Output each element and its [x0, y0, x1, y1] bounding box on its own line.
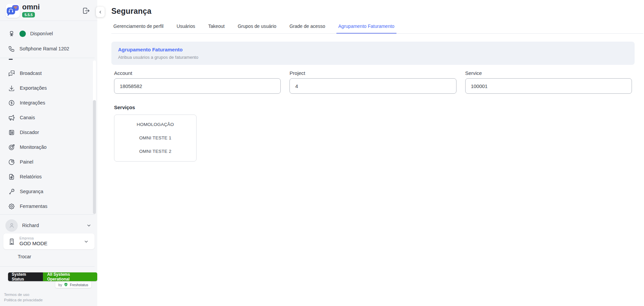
sidebar-item-relatorios[interactable]: Relatórios: [0, 169, 97, 184]
app-name: omni: [22, 3, 40, 11]
sidebar-footer: Termos de uso Politica de privacidade: [4, 292, 43, 303]
privacy-link[interactable]: Politica de privacidade: [4, 297, 43, 303]
key-icon: [8, 188, 15, 195]
nav-label: Discador: [20, 130, 39, 135]
sidebar-item-painel[interactable]: Painel: [0, 155, 97, 169]
tab-takeout[interactable]: Takeout: [206, 21, 227, 33]
building-icon: [8, 238, 15, 245]
project-input[interactable]: [289, 78, 456, 94]
section-banner: Agrupamento Faturamento Atribua usuários…: [111, 42, 635, 65]
sidebar-item-seguranca[interactable]: Segurança: [0, 184, 97, 199]
nav-label: Segurança: [20, 189, 43, 194]
services-section: Serviços HOMOLOGAÇÂO OMNI TESTE 1 OMNI T…: [111, 104, 635, 162]
shield-check-icon: [64, 282, 68, 287]
services-list: HOMOLOGAÇÂO OMNI TESTE 1 OMNI TESTE 2: [114, 115, 197, 162]
phone-icon: [8, 45, 15, 52]
main-content: Segurança Gerenciamento de perfil Usuári…: [97, 0, 644, 306]
account-label: Account: [114, 70, 281, 76]
page-title: Segurança: [111, 7, 635, 16]
sidebar-item-exportacoes[interactable]: Exportações: [0, 81, 97, 95]
service-option-omni-teste-2[interactable]: OMNI TESTE 2: [114, 144, 196, 158]
sidebar-item-integracoes[interactable]: Integrações: [0, 95, 97, 110]
account-field-group: Account: [114, 70, 281, 94]
divider: [0, 266, 95, 267]
availability-status[interactable]: Disponível: [0, 26, 97, 41]
divider: [0, 58, 95, 58]
service-field-group: Service: [465, 70, 632, 94]
sidebar-item-monitoracao[interactable]: Monitoração: [0, 140, 97, 155]
project-field-group: Project: [289, 70, 456, 94]
system-status-value: All Systems Operational: [43, 272, 97, 281]
scrolled-item-fragment: [9, 59, 13, 60]
sidebar: Ψ omni 5.5.5 Disponível: [0, 0, 97, 306]
sidebar-scrollbar[interactable]: [93, 60, 96, 214]
project-label: Project: [289, 70, 456, 76]
switch-company-button[interactable]: Trocar: [18, 254, 31, 259]
tab-bar: Gerenciamento de perfil Usuários Takeout…: [111, 21, 643, 34]
sidebar-nav: Broadcast Exportações Integrações Canais: [0, 66, 97, 214]
gear-icon: [8, 203, 15, 210]
banner-subtitle: Atribua usuários a grupos de faturamento: [118, 55, 628, 60]
target-icon: [8, 144, 15, 151]
tab-agrupamento-faturamento[interactable]: Agrupamento Faturamento: [336, 21, 396, 34]
tab-gerenciamento-de-perfil[interactable]: Gerenciamento de perfil: [111, 21, 165, 33]
system-status-label: System Status: [8, 272, 43, 281]
service-input[interactable]: [465, 78, 632, 94]
service-option-omni-teste-1[interactable]: OMNI TESTE 1: [114, 131, 196, 144]
availability-label: Disponível: [30, 31, 53, 36]
nav-label: Ferramentas: [20, 204, 47, 209]
nav-label: Relatórios: [20, 174, 42, 179]
banner-title: Agrupamento Faturamento: [118, 47, 628, 52]
chair-icon: [8, 30, 15, 37]
sidebar-item-ferramentas[interactable]: Ferramentas: [0, 199, 97, 214]
dialer-icon: [8, 129, 15, 136]
account-input[interactable]: [114, 78, 281, 94]
nav-label: Monitoração: [20, 144, 47, 150]
nav-label: Broadcast: [20, 71, 42, 76]
company-selector[interactable]: Empresa GOD MODE: [3, 233, 95, 249]
user-menu[interactable]: Richard: [0, 218, 97, 233]
download-icon: [8, 85, 15, 92]
chevron-left-icon: [98, 9, 103, 15]
collapse-sidebar-button[interactable]: [96, 7, 105, 17]
available-dot: [19, 31, 26, 37]
by-label: by: [58, 283, 62, 287]
tab-grade-de-acesso[interactable]: Grade de acesso: [287, 21, 327, 33]
service-label: Service: [465, 70, 632, 76]
app-logo: Ψ: [6, 4, 20, 18]
pie-chart-icon: [8, 159, 15, 166]
billing-form: Account Project Service: [111, 70, 635, 94]
chevron-down-icon[interactable]: [83, 238, 89, 245]
freshstatus-attribution[interactable]: by Freshstatus: [55, 281, 91, 288]
sidebar-scrollbar-thumb[interactable]: [93, 100, 96, 214]
sidebar-item-discador[interactable]: Discador: [0, 125, 97, 140]
report-icon: [8, 173, 15, 180]
avatar: [5, 219, 18, 232]
sidebar-item-canais[interactable]: Canais: [0, 110, 97, 125]
broadcast-icon: [8, 70, 15, 77]
globe-icon: [8, 99, 15, 106]
services-label: Serviços: [114, 104, 632, 110]
softphone-item[interactable]: Softphone Ramal 1202: [0, 41, 97, 56]
chevron-down-icon[interactable]: [86, 222, 92, 228]
nav-label: Exportações: [20, 85, 47, 91]
tab-usuarios[interactable]: Usuários: [174, 21, 197, 33]
user-icon: [8, 222, 15, 229]
sidebar-item-broadcast[interactable]: Broadcast: [0, 66, 97, 81]
user-name: Richard: [22, 223, 39, 228]
logout-icon[interactable]: [82, 7, 90, 15]
softphone-label: Softphone Ramal 1202: [19, 46, 69, 51]
freshstatus-brand: Freshstatus: [70, 283, 88, 287]
megaphone-icon: [8, 114, 15, 121]
nav-label: Painel: [20, 159, 33, 165]
version-badge: 5.5.5: [22, 12, 35, 17]
nav-label: Canais: [20, 115, 35, 120]
company-name: GOD MODE: [19, 241, 47, 246]
system-status-widget[interactable]: System Status All Systems Operational: [8, 272, 97, 281]
terms-link[interactable]: Termos de uso: [4, 292, 43, 297]
logo-chat-bubble-icon: [7, 7, 15, 14]
sidebar-header: Ψ omni 5.5.5: [0, 0, 97, 21]
service-option-homologacao[interactable]: HOMOLOGAÇÂO: [114, 118, 196, 131]
tab-grupos-de-usuario[interactable]: Grupos de usuário: [236, 21, 278, 33]
nav-label: Integrações: [20, 100, 45, 105]
